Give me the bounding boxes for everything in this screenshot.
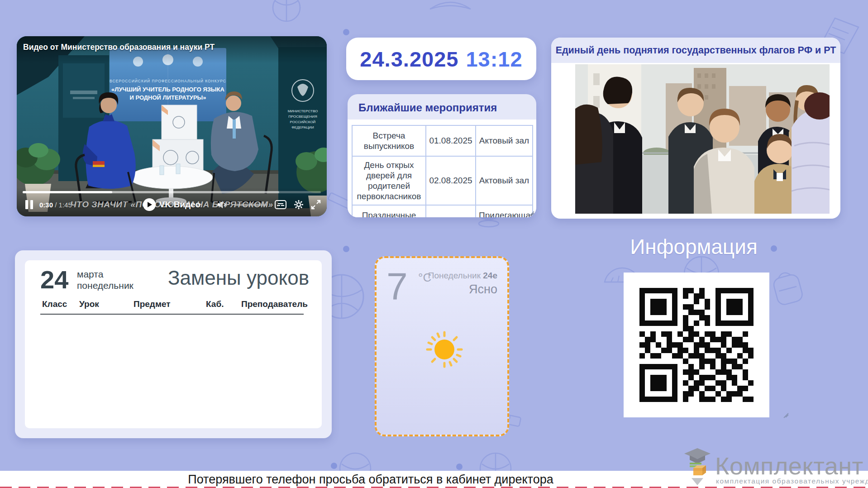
events-card: Ближайшие мероприятия Встреча выпускнико… [348,94,536,217]
doodle-book [425,0,475,23]
clock-card: 24.3.2025 13:12 [346,38,536,80]
column-class: Класс [42,299,67,309]
events-title: Ближайшие мероприятия [348,94,536,120]
events-table: Встреча выпускников 01.08.2025 Актовый з… [352,125,533,217]
svg-text:«ЛУЧШИЙ УЧИТЕЛЬ РОДНОГО ЯЗЫКА: «ЛУЧШИЙ УЧИТЕЛЬ РОДНОГО ЯЗЫКА [111,86,224,93]
substitutions-divider [40,314,304,315]
vk-play-icon [143,198,156,211]
weather-widget[interactable]: 7 °C Понедельник 24е Ясно [375,256,509,436]
brand-subtitle: комплектация образовательных учреждений [716,477,868,485]
substitutions-title: Замены уроков [168,267,309,289]
info-title: Информация [596,234,791,259]
progress-played [23,191,112,193]
column-teacher: Преподаватель [241,299,308,309]
student-girl-back-left [575,105,613,214]
flags-card: Единый день поднятия государственных фла… [551,38,840,219]
video-controls: 0:30 / 1:45 ЧТО ЗНАЧИТ «ПОГОВОРИМ НА БУР… [17,187,327,216]
date-text: 24.3.2025 [360,47,458,72]
event-row: День открых дверей для родителей первокл… [352,156,533,205]
svg-text:ВСЕРОССИЙСКИЙ ПРОФЕССИОНАЛЬНЫЙ: ВСЕРОССИЙСКИЙ ПРОФЕССИОНАЛЬНЫЙ КОНКУРС [110,78,226,83]
brand-watermark: Комплектант комплектация образовательных… [682,447,863,487]
event-place: Актовый зал [476,156,533,205]
flags-card-title: Единый день поднятия государственных фла… [556,45,836,56]
event-row: Встреча выпускников 01.08.2025 Актовый з… [352,125,533,156]
column-lesson: Урок [79,299,99,309]
events-table-wrap: Встреча выпускников 01.08.2025 Актовый з… [348,120,536,217]
doodle-backpack [765,263,811,312]
time-text: 13:12 [466,47,522,72]
video-player[interactable]: МИНИСТЕРСТВО ПРОСВЕЩЕНИЯ РОССИЙСКОЙ ФЕДЕ… [17,36,327,216]
brand-logo-icon [682,447,712,487]
event-date: 01.08.2025 [426,125,476,156]
svg-text:РОССИЙСКОЙ: РОССИЙСКОЙ [290,120,316,124]
qr-resize-handle-icon[interactable] [783,411,789,417]
event-name: День открых дверей для родителей первокл… [352,156,426,205]
svg-text:И РОДНОЙ ЛИТЕРАТУРЫ»: И РОДНОЙ ЛИТЕРАТУРЫ» [129,94,206,101]
qr-code [624,273,769,417]
weather-temp: 7 [386,264,408,308]
vk-watermark: VK Видео [143,198,200,211]
substitutions-card: 24 марта понедельник Замены уроков Класс… [15,250,332,438]
flags-card-header: Единый день поднятия государственных фла… [551,38,840,63]
bg-dot [343,29,349,35]
svg-text:ФЕДЕРАЦИИ: ФЕДЕРАЦИИ [291,125,314,129]
weather-condition: Ясно [469,282,497,297]
event-date: 02.08.2025 [426,156,476,205]
event-date: 03.08.2025 [426,205,476,217]
svg-text:МИНИСТЕРСТВО: МИНИСТЕРСТВО [288,109,318,113]
event-row: Праздничные мероприятия 03.08.2025 Приле… [352,205,533,217]
event-name: Праздничные мероприятия [352,205,426,217]
ticker-text: Потерявшего телефон просьба обратиться в… [188,473,553,487]
bg-dot [331,463,337,469]
brand-name: Комплектант [715,454,863,478]
column-subject: Предмет [134,299,171,309]
signage-dashboard: МИНИСТЕРСТВО ПРОСВЕЩЕНИЯ РОССИЙСКОЙ ФЕДЕ… [0,0,868,488]
event-place: Прилегающая территория [476,205,533,217]
sun-icon [425,330,463,368]
weather-day: Понедельник 24е [428,271,497,281]
students-photo [575,64,830,214]
event-name: Встреча выпускников [352,125,426,156]
event-place: Актовый зал [476,125,533,156]
video-caption: Видео от Министерство образования и наук… [23,43,215,52]
substitutions-inner: 24 марта понедельник Замены уроков Класс… [25,260,322,428]
substitutions-month-weekday: марта понедельник [77,268,134,291]
events-resize-handle-icon[interactable] [529,209,534,215]
svg-text:ПРОСВЕЩЕНИЯ: ПРОСВЕЩЕНИЯ [288,115,317,119]
bg-dot [456,464,463,470]
video-progress-bar[interactable] [23,191,321,193]
bg-dot [343,246,349,252]
doodle-ball [271,0,302,24]
column-room: Каб. [206,299,224,309]
substitutions-day-number: 24 [40,265,68,294]
